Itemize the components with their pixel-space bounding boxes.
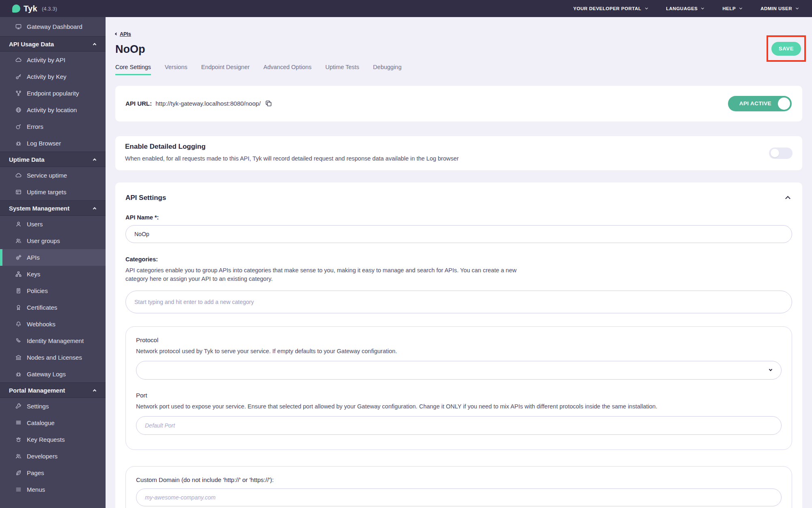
annotation-highlight-box: SAVE: [767, 35, 806, 62]
users-icon: [15, 453, 22, 460]
sidebar-item-catalogue[interactable]: Catalogue: [0, 415, 106, 431]
sidebar-item-label: Activity by API: [27, 56, 65, 63]
sidebar-item-settings[interactable]: Settings: [0, 398, 106, 415]
sidebar-item-label: APIs: [27, 254, 40, 261]
port-input[interactable]: [136, 416, 782, 435]
users-icon: [15, 238, 22, 244]
topnav-label: YOUR DEVELOPER PORTAL: [573, 6, 641, 11]
sidebar-section-api-usage-data[interactable]: API Usage Data: [0, 36, 106, 52]
detailed-logging-toggle[interactable]: [769, 148, 793, 159]
collapse-chevron-up-icon[interactable]: [785, 196, 790, 201]
chevron-up-icon: [93, 389, 96, 392]
tyk-logo-icon: [12, 4, 20, 13]
api-name-input[interactable]: [125, 225, 792, 243]
sidebar: Gateway DashboardAPI Usage DataActivity …: [0, 17, 106, 508]
sidebar-item-developers[interactable]: Developers: [0, 448, 106, 465]
user-icon: [15, 221, 22, 228]
phone-icon: [15, 338, 22, 344]
network-settings-card: Protocol Network protocol used by Tyk to…: [125, 326, 792, 450]
sidebar-item-log-browser[interactable]: Log Browser: [0, 135, 106, 152]
sidebar-item-label: User groups: [27, 237, 60, 244]
topnav: YOUR DEVELOPER PORTALLANGUAGESHELPADMIN …: [573, 6, 798, 11]
sidebar-section-label: Portal Management: [9, 387, 65, 394]
sidebar-item-label: Identity Management: [27, 337, 84, 344]
brand-name: Tyk: [24, 4, 37, 13]
sidebar-item-label: Nodes and Licenses: [27, 354, 82, 361]
sidebar-item-label: Key Requests: [27, 436, 65, 443]
app-version: (4.3.3): [42, 6, 57, 12]
tab-advanced-options[interactable]: Advanced Options: [263, 64, 312, 75]
sidebar-item-webhooks[interactable]: Webhooks: [0, 316, 106, 332]
sidebar-item-certificates[interactable]: Certificates: [0, 299, 106, 316]
paw-icon: [15, 436, 22, 443]
cloud-icon: [15, 172, 22, 179]
sidebar-item-label: Webhooks: [27, 321, 56, 328]
topnav-languages[interactable]: LANGUAGES: [666, 6, 704, 11]
categories-input[interactable]: [125, 291, 792, 313]
topnav-help[interactable]: HELP: [722, 6, 742, 11]
wrench-icon: [15, 403, 22, 410]
sidebar-item-activity-by-key[interactable]: Activity by Key: [0, 68, 106, 85]
bug-icon: [15, 371, 22, 378]
sidebar-item-user-groups[interactable]: User groups: [0, 232, 106, 249]
sidebar-item-identity-management[interactable]: Identity Management: [0, 332, 106, 349]
sidebar-item-apis[interactable]: APIs: [0, 249, 106, 266]
tab-versions[interactable]: Versions: [165, 64, 188, 75]
chevron-down-icon: [769, 368, 772, 371]
sidebar-item-uptime-targets[interactable]: Uptime targets: [0, 184, 106, 200]
sidebar-item-label: Certificates: [27, 304, 57, 311]
sidebar-section-uptime-data[interactable]: Uptime Data: [0, 152, 106, 167]
tab-debugging[interactable]: Debugging: [373, 64, 402, 75]
sidebar-item-menus[interactable]: Menus: [0, 481, 106, 498]
sidebar-item-errors[interactable]: Errors: [0, 118, 106, 135]
protocol-select[interactable]: [136, 361, 782, 380]
copy-icon[interactable]: [265, 100, 272, 107]
api-settings-card: API Settings API Name *: Categories: API…: [115, 182, 802, 508]
topbar: Tyk (4.3.3) YOUR DEVELOPER PORTALLANGUAG…: [0, 0, 812, 17]
topnav-your-developer-portal[interactable]: YOUR DEVELOPER PORTAL: [573, 6, 647, 11]
sidebar-item-label: Gateway Logs: [27, 371, 66, 378]
sidebar-item-pages[interactable]: Pages: [0, 465, 106, 481]
brand[interactable]: Tyk (4.3.3): [12, 4, 57, 13]
topnav-admin-user[interactable]: ADMIN USER: [760, 6, 798, 11]
breadcrumb-back-link[interactable]: APIs: [115, 31, 131, 37]
custom-domain-card: Custom Domain (do not include 'http://' …: [125, 466, 792, 508]
catalogue-icon: [15, 420, 22, 426]
tab-core-settings[interactable]: Core Settings: [115, 64, 151, 75]
sidebar-item-endpoint-popularity[interactable]: Endpoint popularity: [0, 85, 106, 102]
sidebar-item-gateway-logs[interactable]: Gateway Logs: [0, 366, 106, 382]
detailed-logging-text: Enable Detailed Logging When enabled, fo…: [125, 143, 459, 163]
sidebar-item-key-requests[interactable]: Key Requests: [0, 431, 106, 448]
sidebar-item-label: Errors: [27, 123, 43, 130]
page-title: NoOp: [115, 43, 802, 56]
sidebar-item-label: Pages: [27, 469, 44, 476]
tab-endpoint-designer[interactable]: Endpoint Designer: [201, 64, 249, 75]
sidebar-item-activity-by-api[interactable]: Activity by API: [0, 52, 106, 68]
tab-uptime-tests[interactable]: Uptime Tests: [325, 64, 359, 75]
sidebar-item-keys[interactable]: Keys: [0, 266, 106, 282]
topnav-label: HELP: [722, 6, 736, 11]
api-active-toggle[interactable]: API ACTIVE: [728, 96, 792, 111]
bug-icon: [15, 140, 22, 147]
sidebar-section-label: System Management: [9, 205, 69, 212]
api-active-toggle-label: API ACTIVE: [739, 100, 771, 106]
categories-block: Categories: API categories enable you to…: [125, 256, 792, 314]
sidebar-item-activity-by-location[interactable]: Activity by location: [0, 102, 106, 118]
sidebar-item-users[interactable]: Users: [0, 216, 106, 232]
sidebar-section-system-management[interactable]: System Management: [0, 200, 106, 216]
save-button[interactable]: SAVE: [771, 42, 801, 56]
custom-domain-label: Custom Domain (do not include 'http://' …: [136, 476, 782, 483]
sidebar-item-service-uptime[interactable]: Service uptime: [0, 167, 106, 184]
table-icon: [15, 189, 22, 195]
custom-domain-input[interactable]: [136, 488, 782, 506]
tab-bar: Core SettingsVersionsEndpoint DesignerAd…: [115, 64, 802, 75]
sidebar-item-policies[interactable]: Policies: [0, 282, 106, 299]
certificate-icon: [15, 304, 22, 311]
bomb-icon: [15, 124, 22, 130]
sidebar-section-portal-management[interactable]: Portal Management: [0, 382, 106, 398]
key-icon: [15, 74, 22, 80]
sidebar-item-gateway-dashboard[interactable]: Gateway Dashboard: [0, 17, 106, 36]
sidebar-item-label: Gateway Dashboard: [27, 23, 82, 30]
api-url-row: API URL: http://tyk-gateway.localhost:80…: [125, 100, 272, 107]
sidebar-item-nodes-and-licenses[interactable]: Nodes and Licenses: [0, 349, 106, 366]
